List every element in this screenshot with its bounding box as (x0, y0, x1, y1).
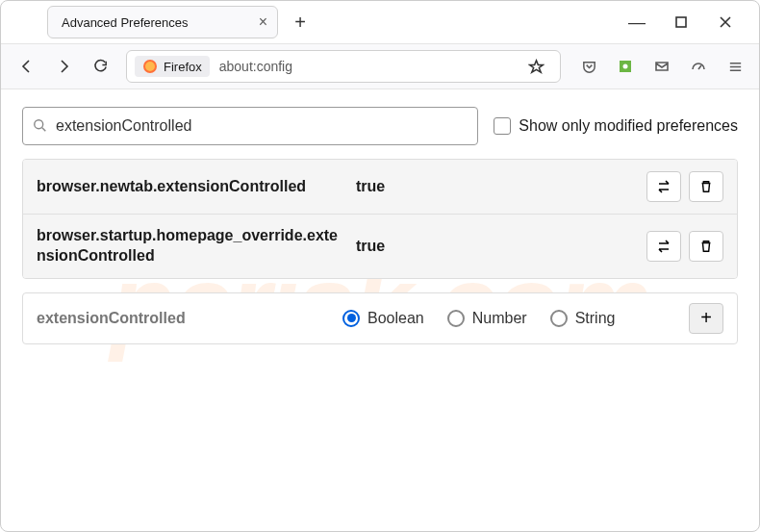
toggle-button[interactable] (646, 171, 681, 202)
svg-point-1 (144, 61, 156, 72)
svg-point-4 (35, 120, 43, 129)
pref-name: browser.newtab.extensionControlled (37, 177, 344, 197)
radio-icon (550, 310, 568, 327)
back-button[interactable] (11, 50, 43, 83)
toolbar-icons (574, 52, 749, 81)
svg-rect-0 (676, 17, 686, 27)
new-tab-button[interactable]: + (286, 8, 315, 37)
pref-name: browser.startup.homepage_override.extens… (37, 226, 344, 266)
menu-icon[interactable] (721, 52, 749, 81)
checkbox-icon (494, 117, 511, 135)
pref-value: true (356, 178, 635, 195)
delete-button[interactable] (689, 231, 723, 262)
toggle-button[interactable] (646, 231, 681, 262)
url-text: about:config (219, 59, 292, 74)
add-pref-row: extensionControlled Boolean Number Strin… (22, 292, 738, 344)
search-box[interactable] (22, 107, 478, 145)
radio-boolean[interactable]: Boolean (342, 310, 424, 327)
radio-icon (342, 310, 360, 327)
type-radio-group: Boolean Number String (342, 310, 671, 327)
radio-label: Boolean (367, 310, 424, 327)
nav-bar: Firefox about:config (1, 43, 759, 89)
swap-icon (655, 178, 672, 195)
extension-icon[interactable] (611, 52, 640, 81)
pocket-icon[interactable] (574, 52, 603, 81)
trash-icon (698, 179, 714, 194)
swap-icon (655, 238, 672, 255)
search-row: Show only modified preferences (22, 107, 738, 145)
maximize-button[interactable] (671, 12, 692, 33)
close-tab-icon[interactable]: × (259, 13, 267, 31)
dashboard-icon[interactable] (684, 52, 713, 81)
close-window-button[interactable] (715, 12, 736, 33)
radio-label: String (575, 310, 616, 327)
identity-badge[interactable]: Firefox (135, 56, 210, 77)
pref-value: true (356, 238, 635, 255)
tab-title: Advanced Preferences (62, 15, 189, 30)
pref-row: browser.startup.homepage_override.extens… (23, 215, 737, 278)
forward-button[interactable] (47, 50, 80, 83)
delete-button[interactable] (689, 171, 723, 202)
trash-icon (698, 239, 714, 254)
radio-string[interactable]: String (550, 310, 616, 327)
tab-advanced-preferences[interactable]: Advanced Preferences × (47, 6, 278, 38)
checkbox-label: Show only modified preferences (519, 117, 738, 135)
show-modified-checkbox[interactable]: Show only modified preferences (494, 117, 738, 135)
search-input[interactable] (56, 117, 468, 135)
radio-icon (447, 310, 465, 327)
window-controls: — (626, 12, 753, 33)
preferences-table: browser.newtab.extensionControlled true … (22, 159, 738, 279)
pref-row: browser.newtab.extensionControlled true (23, 160, 737, 215)
add-button[interactable]: + (689, 303, 723, 334)
search-icon (33, 118, 48, 134)
mail-icon[interactable] (647, 52, 676, 81)
svg-point-3 (623, 64, 628, 69)
title-bar: Advanced Preferences × + — (1, 1, 759, 43)
url-bar[interactable]: Firefox about:config (126, 50, 561, 83)
identity-label: Firefox (164, 60, 202, 74)
radio-number[interactable]: Number (447, 310, 527, 327)
content-area: pcrisk.com Show only modified preference… (1, 89, 759, 362)
add-pref-name: extensionControlled (37, 310, 325, 327)
reload-button[interactable] (84, 50, 116, 83)
radio-label: Number (472, 310, 527, 327)
minimize-button[interactable]: — (626, 12, 647, 33)
bookmark-star-icon[interactable] (519, 50, 552, 83)
firefox-icon (142, 59, 158, 74)
